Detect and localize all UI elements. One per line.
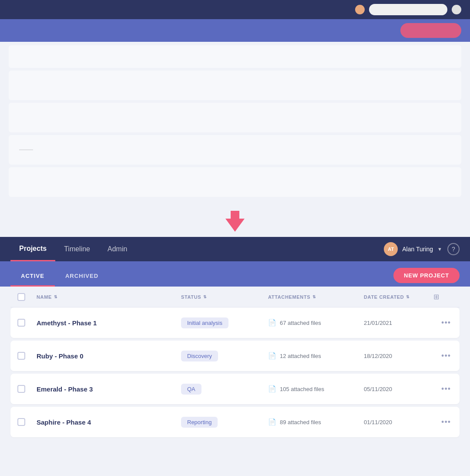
- help-icon[interactable]: ?: [447, 243, 460, 255]
- project-name-3[interactable]: Emerald - Phase 3: [37, 385, 181, 393]
- faded-card-4: [9, 135, 461, 165]
- row-checkbox-1[interactable]: [17, 319, 37, 327]
- grid-view-icon[interactable]: ⊞: [433, 293, 439, 300]
- th-status-label: STATUS: [181, 294, 201, 300]
- more-options-button-3[interactable]: •••: [440, 383, 453, 395]
- attachments-count-3: 105 attached files: [280, 386, 324, 392]
- nav-user[interactable]: AT Alan Turing ▼: [384, 242, 442, 256]
- arrow-head: [225, 219, 245, 232]
- faded-subnav: [0, 19, 470, 42]
- table-row: Saphire - Phase 4 Reporting 📄 89 attache…: [10, 407, 460, 437]
- browser-bar: [0, 0, 470, 19]
- app-container: Projects Timeline Admin AT Alan Turing ▼…: [0, 237, 470, 450]
- more-options-button-4[interactable]: •••: [440, 416, 453, 429]
- faded-card-4-line: [19, 149, 33, 150]
- sort-attachments-icon: ⇅: [312, 295, 316, 299]
- nav-item-timeline[interactable]: Timeline: [55, 237, 99, 261]
- navbar: Projects Timeline Admin AT Alan Turing ▼…: [0, 237, 470, 261]
- attachments-count-1: 67 attached files: [280, 320, 321, 326]
- status-badge-1: Initial analysis: [181, 317, 228, 328]
- faded-content: [0, 42, 470, 203]
- faded-card-3: [9, 103, 461, 132]
- sort-status-icon: ⇅: [203, 295, 207, 299]
- th-attachments[interactable]: ATTACHEMENTS ⇅: [268, 294, 364, 300]
- nav-item-projects[interactable]: Projects: [10, 237, 55, 261]
- row-checkbox-3[interactable]: [17, 385, 37, 393]
- th-date-label: DATE CREATED: [364, 294, 404, 300]
- row-actions-3: •••: [433, 383, 453, 395]
- checkbox-1[interactable]: [17, 319, 25, 327]
- th-name[interactable]: NAME ⇅: [37, 294, 181, 300]
- faded-card-1: [9, 45, 461, 68]
- more-options-button-1[interactable]: •••: [440, 317, 453, 329]
- row-actions-1: •••: [433, 317, 453, 329]
- faded-card-2: [9, 71, 461, 100]
- sort-name-icon: ⇅: [54, 295, 58, 299]
- checkbox-3[interactable]: [17, 385, 25, 393]
- project-status-4: Reporting: [181, 417, 268, 428]
- status-badge-4: Reporting: [181, 417, 218, 428]
- select-all-checkbox[interactable]: [17, 293, 25, 301]
- status-badge-2: Discovery: [181, 351, 218, 361]
- status-badge-3: QA: [181, 384, 201, 395]
- table-row: Ruby - Phase 0 Discovery 📄 12 attached f…: [10, 341, 460, 371]
- project-name-2[interactable]: Ruby - Phase 0: [37, 352, 181, 360]
- browser-dot-white: [452, 5, 461, 14]
- project-date-1: 21/01/2021: [364, 320, 433, 326]
- nav-user-name: Alan Turing: [402, 246, 433, 253]
- nav-item-admin[interactable]: Admin: [99, 237, 136, 261]
- th-status[interactable]: STATUS ⇅: [181, 294, 268, 300]
- project-attachments-3: 📄 105 attached files: [268, 385, 364, 393]
- browser-dot-orange: [355, 5, 365, 14]
- project-attachments-4: 📄 89 attached files: [268, 418, 364, 426]
- file-icon-1: 📄: [268, 319, 276, 327]
- row-actions-2: •••: [433, 350, 453, 362]
- checkbox-2[interactable]: [17, 352, 25, 360]
- faded-area: [0, 19, 470, 203]
- more-options-button-2[interactable]: •••: [440, 350, 453, 362]
- checkbox-4[interactable]: [17, 418, 25, 426]
- project-attachments-1: 📄 67 attached files: [268, 319, 364, 327]
- row-actions-4: •••: [433, 416, 453, 429]
- browser-address-bar[interactable]: [369, 4, 447, 15]
- new-project-button[interactable]: NEW PROJECT: [393, 268, 460, 283]
- th-checkbox: [17, 293, 37, 301]
- file-icon-4: 📄: [268, 418, 276, 426]
- th-name-label: NAME: [37, 294, 52, 300]
- project-name-4[interactable]: Saphire - Phase 4: [37, 419, 181, 426]
- scroll-arrow-container: [0, 203, 470, 237]
- chevron-down-icon: ▼: [437, 246, 442, 252]
- avatar: AT: [384, 242, 398, 256]
- project-attachments-2: 📄 12 attached files: [268, 352, 364, 360]
- table-container: NAME ⇅ STATUS ⇅ ATTACHEMENTS ⇅ DATE CREA…: [0, 287, 470, 450]
- table-row: Emerald - Phase 3 QA 📄 105 attached file…: [10, 374, 460, 404]
- table-header: NAME ⇅ STATUS ⇅ ATTACHEMENTS ⇅ DATE CREA…: [10, 287, 460, 307]
- attachments-count-4: 89 attached files: [280, 419, 321, 425]
- th-attachments-label: ATTACHEMENTS: [268, 294, 310, 300]
- project-status-2: Discovery: [181, 351, 268, 361]
- project-date-2: 18/12/2020: [364, 353, 433, 359]
- row-checkbox-4[interactable]: [17, 418, 37, 426]
- project-date-3: 05/11/2020: [364, 386, 433, 392]
- scroll-arrow: [225, 211, 245, 232]
- project-date-4: 01/11/2020: [364, 419, 433, 425]
- tab-active[interactable]: ACTIVE: [10, 267, 55, 287]
- table-row: Amethyst - Phase 1 Initial analysis 📄 67…: [10, 307, 460, 338]
- file-icon-3: 📄: [268, 385, 276, 393]
- sort-date-icon: ⇅: [406, 295, 410, 299]
- file-icon-2: 📄: [268, 352, 276, 360]
- row-checkbox-2[interactable]: [17, 352, 37, 360]
- attachments-count-2: 12 attached files: [280, 353, 321, 359]
- th-date-created[interactable]: DATE CREATED ⇅: [364, 294, 433, 300]
- project-name-1[interactable]: Amethyst - Phase 1: [37, 319, 181, 327]
- tabs-bar: ACTIVE ARCHIVED NEW PROJECT: [0, 261, 470, 287]
- project-status-3: QA: [181, 384, 268, 395]
- th-actions: ⊞: [433, 293, 453, 301]
- project-status-1: Initial analysis: [181, 317, 268, 328]
- faded-new-project-btn: [400, 23, 461, 38]
- tab-archived[interactable]: ARCHIVED: [55, 267, 109, 287]
- faded-card-5: [9, 167, 461, 197]
